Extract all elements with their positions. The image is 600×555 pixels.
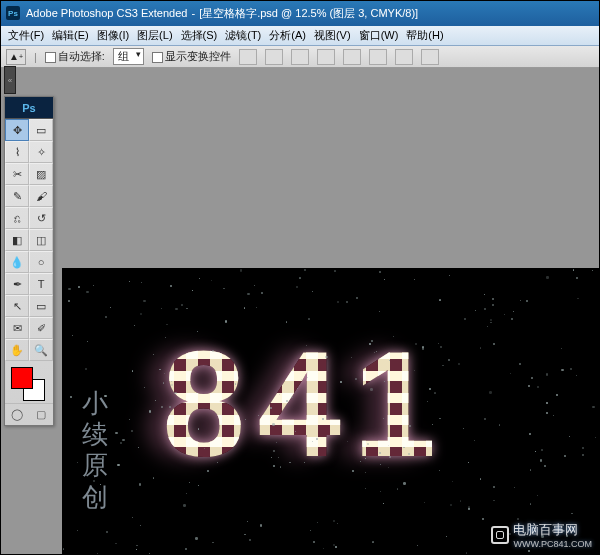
- star-particle: [530, 469, 531, 470]
- star-particle: [337, 301, 339, 303]
- quick-mask-toggle[interactable]: ◯: [5, 404, 29, 425]
- brush-tool[interactable]: 🖌: [29, 185, 53, 207]
- shape-tool[interactable]: ▭: [29, 295, 53, 317]
- menu-image[interactable]: 图像(I): [93, 28, 133, 43]
- star-particle: [140, 313, 142, 315]
- history-brush-tool[interactable]: ↺: [29, 207, 53, 229]
- star-particle: [510, 373, 511, 374]
- star-particle: [134, 325, 135, 326]
- star-particle: [136, 549, 137, 550]
- menu-file[interactable]: 文件(F): [4, 28, 48, 43]
- star-particle: [171, 381, 172, 382]
- star-particle: [115, 543, 117, 545]
- star-particle: [367, 443, 369, 445]
- move-tool[interactable]: ✥: [5, 119, 29, 141]
- star-particle: [561, 369, 564, 372]
- blur-tool[interactable]: 💧: [5, 251, 29, 273]
- toolbox-header[interactable]: Ps: [5, 97, 53, 119]
- align-icon-2[interactable]: [265, 49, 283, 65]
- menu-edit[interactable]: 编辑(E): [48, 28, 93, 43]
- menu-analysis[interactable]: 分析(A): [265, 28, 310, 43]
- star-particle: [379, 271, 381, 273]
- notes-tool[interactable]: ✉: [5, 317, 29, 339]
- move-tool-icon[interactable]: ▲+: [6, 49, 26, 65]
- align-icon-6[interactable]: [369, 49, 387, 65]
- star-particle: [464, 318, 466, 320]
- eyedropper-tool[interactable]: ✐: [29, 317, 53, 339]
- magic-wand-tool[interactable]: ✧: [29, 141, 53, 163]
- auto-select-checkbox[interactable]: 自动选择:: [45, 49, 105, 64]
- gradient-tool[interactable]: ◫: [29, 229, 53, 251]
- star-particle: [490, 322, 492, 324]
- align-icon-1[interactable]: [239, 49, 257, 65]
- align-icon-7[interactable]: [395, 49, 413, 65]
- menu-select[interactable]: 选择(S): [177, 28, 222, 43]
- signature-text: 小续原创: [82, 388, 110, 513]
- star-particle: [186, 493, 187, 494]
- star-particle: [517, 518, 520, 521]
- star-particle: [513, 311, 514, 312]
- menu-bar: 文件(F) 编辑(E) 图像(I) 图层(L) 选择(S) 滤镜(T) 分析(A…: [0, 26, 600, 46]
- zoom-tool[interactable]: 🔍: [29, 339, 53, 361]
- star-particle: [409, 425, 411, 427]
- align-icon-3[interactable]: [291, 49, 309, 65]
- star-particle: [68, 300, 71, 303]
- star-particle: [308, 318, 309, 319]
- eraser-tool[interactable]: ◧: [5, 229, 29, 251]
- marquee-tool[interactable]: ▭: [29, 119, 53, 141]
- show-transform-checkbox[interactable]: 显示变换控件: [152, 49, 231, 64]
- star-particle: [161, 308, 162, 309]
- star-particle: [526, 300, 528, 302]
- star-particle: [122, 439, 124, 441]
- pen-tool[interactable]: ✒: [5, 273, 29, 295]
- menu-filter[interactable]: 滤镜(T): [221, 28, 265, 43]
- menu-help[interactable]: 帮助(H): [402, 28, 447, 43]
- star-particle: [115, 432, 117, 434]
- lasso-tool[interactable]: ⌇: [5, 141, 29, 163]
- ps-label: Ps: [22, 102, 35, 114]
- star-particle: [519, 363, 521, 365]
- star-particle: [334, 270, 336, 272]
- dodge-tool[interactable]: ○: [29, 251, 53, 273]
- clone-stamp-tool[interactable]: ⎌: [5, 207, 29, 229]
- star-particle: [432, 424, 433, 425]
- star-particle: [120, 442, 122, 444]
- star-particle: [304, 269, 306, 271]
- canvas-area[interactable]: 小续原创 841 电脑百事网 WWW.PC841.COM: [62, 268, 600, 555]
- star-particle: [475, 310, 476, 311]
- align-icon-5[interactable]: [343, 49, 361, 65]
- path-select-tool[interactable]: ↖: [5, 295, 29, 317]
- healing-brush-tool[interactable]: ✎: [5, 185, 29, 207]
- foreground-color-swatch[interactable]: [11, 367, 33, 389]
- star-particle: [149, 553, 150, 554]
- star-particle: [541, 535, 543, 537]
- screen-mode-toggle[interactable]: ▢: [29, 404, 53, 425]
- star-particle: [153, 477, 154, 478]
- star-particle: [207, 470, 209, 472]
- crop-tool[interactable]: ✂: [5, 163, 29, 185]
- dock-collapse-tab[interactable]: «: [4, 66, 16, 94]
- star-particle: [77, 462, 78, 463]
- star-particle: [155, 400, 156, 401]
- menu-window[interactable]: 窗口(W): [355, 28, 403, 43]
- menu-view[interactable]: 视图(V): [310, 28, 355, 43]
- star-particle: [528, 385, 530, 387]
- align-icon-4[interactable]: [317, 49, 335, 65]
- app-icon: Ps: [6, 6, 20, 20]
- star-particle: [161, 406, 163, 408]
- auto-select-dropdown[interactable]: 组: [113, 48, 144, 65]
- star-particle: [553, 415, 554, 416]
- star-particle: [417, 545, 418, 546]
- star-particle: [244, 534, 246, 536]
- star-particle: [450, 504, 452, 506]
- star-particle: [240, 269, 243, 272]
- star-particle: [383, 418, 384, 419]
- hand-tool[interactable]: ✋: [5, 339, 29, 361]
- align-icon-8[interactable]: [421, 49, 439, 65]
- type-tool[interactable]: T: [29, 273, 53, 295]
- star-particle: [449, 275, 450, 276]
- slice-tool[interactable]: ▨: [29, 163, 53, 185]
- menu-layer[interactable]: 图层(L): [133, 28, 176, 43]
- tool-grid: ✥ ▭ ⌇ ✧ ✂ ▨ ✎ 🖌 ⎌ ↺ ◧ ◫ 💧 ○ ✒ T ↖ ▭ ✉ ✐ …: [5, 119, 53, 361]
- star-particle: [272, 423, 274, 425]
